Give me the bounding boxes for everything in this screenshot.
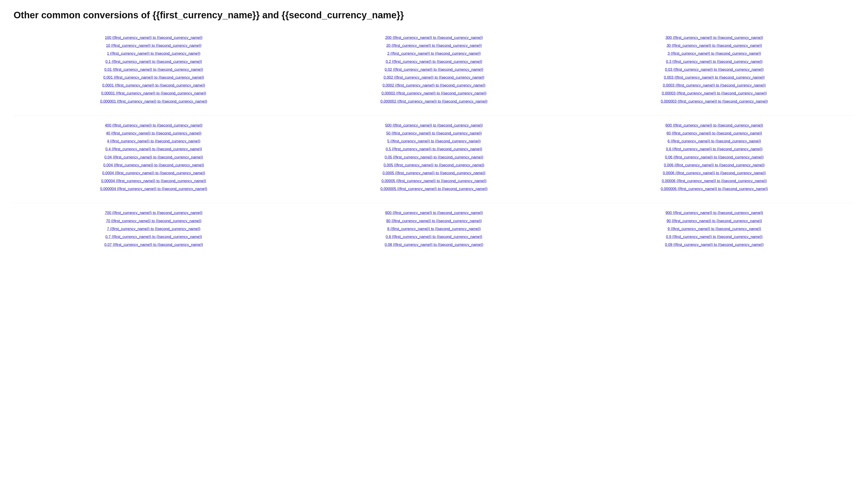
conv-link-1-2-1[interactable]: 200 {{first_currency_name}} to {{second_… bbox=[385, 35, 483, 40]
conv-link-2-2-8[interactable]: 0.00005 {{first_currency_name}} to {{sec… bbox=[381, 178, 487, 184]
conv-link-1-2-5[interactable]: 0.02 {{first_currency_name}} to {{second… bbox=[385, 67, 484, 72]
conv-link-2-3-2[interactable]: 60 {{first_currency_name}} to {{second_c… bbox=[667, 130, 762, 136]
column-3-1: 700 {{first_currency_name}} to {{second_… bbox=[14, 208, 294, 250]
page-title: Other common conversions of {{first_curr… bbox=[14, 9, 854, 21]
conv-link-2-1-5[interactable]: 0.04 {{first_currency_name}} to {{second… bbox=[105, 154, 203, 160]
conv-link-1-2-6[interactable]: 0.002 {{first_currency_name}} to {{secon… bbox=[383, 75, 485, 80]
conv-link-2-1-6[interactable]: 0.004 {{first_currency_name}} to {{secon… bbox=[103, 162, 204, 168]
conv-link-1-2-8[interactable]: 0.00002 {{first_currency_name}} to {{sec… bbox=[381, 90, 487, 96]
conv-link-3-2-3[interactable]: 8 {{first_currency_name}} to {{second_cu… bbox=[387, 226, 480, 232]
conv-link-2-1-8[interactable]: 0.00004 {{first_currency_name}} to {{sec… bbox=[101, 178, 206, 184]
conv-link-2-1-3[interactable]: 4 {{first_currency_name}} to {{second_cu… bbox=[107, 138, 200, 144]
column-1-3: 300 {{first_currency_name}} to {{second_… bbox=[574, 33, 854, 107]
conv-link-1-3-6[interactable]: 0.003 {{first_currency_name}} to {{secon… bbox=[664, 75, 765, 80]
conv-link-3-1-3[interactable]: 7 {{first_currency_name}} to {{second_cu… bbox=[107, 226, 200, 232]
conv-link-3-1-4[interactable]: 0.7 {{first_currency_name}} to {{second_… bbox=[105, 234, 202, 240]
conv-link-1-3-5[interactable]: 0.03 {{first_currency_name}} to {{second… bbox=[665, 67, 764, 72]
conv-link-1-1-8[interactable]: 0.00001 {{first_currency_name}} to {{sec… bbox=[101, 90, 206, 96]
conv-link-1-3-8[interactable]: 0.00003 {{first_currency_name}} to {{sec… bbox=[662, 90, 767, 96]
conv-link-2-3-9[interactable]: 0.000006 {{first_currency_name}} to {{se… bbox=[661, 186, 768, 192]
grid-section-1: 100 {{first_currency_name}} to {{second_… bbox=[14, 33, 854, 107]
conv-link-1-2-3[interactable]: 2 {{first_currency_name}} to {{second_cu… bbox=[387, 51, 480, 56]
conv-link-2-1-4[interactable]: 0.4 {{first_currency_name}} to {{second_… bbox=[105, 146, 202, 152]
conv-link-3-1-1[interactable]: 700 {{first_currency_name}} to {{second_… bbox=[105, 210, 203, 216]
conv-link-2-1-7[interactable]: 0.0004 {{first_currency_name}} to {{seco… bbox=[102, 170, 205, 176]
conv-link-2-2-4[interactable]: 0.5 {{first_currency_name}} to {{second_… bbox=[386, 146, 482, 152]
conv-link-3-2-1[interactable]: 800 {{first_currency_name}} to {{second_… bbox=[385, 210, 483, 216]
conv-link-1-3-4[interactable]: 0.3 {{first_currency_name}} to {{second_… bbox=[666, 59, 762, 64]
column-3-2: 800 {{first_currency_name}} to {{second_… bbox=[294, 208, 574, 250]
conv-link-1-1-5[interactable]: 0.01 {{first_currency_name}} to {{second… bbox=[105, 67, 203, 72]
conv-link-1-1-3[interactable]: 1 {{first_currency_name}} to {{second_cu… bbox=[107, 51, 200, 56]
column-1-1: 100 {{first_currency_name}} to {{second_… bbox=[14, 33, 294, 107]
conv-link-2-1-9[interactable]: 0.000004 {{first_currency_name}} to {{se… bbox=[100, 186, 207, 192]
conv-link-2-1-1[interactable]: 400 {{first_currency_name}} to {{second_… bbox=[105, 122, 203, 128]
conv-link-3-3-4[interactable]: 0.9 {{first_currency_name}} to {{second_… bbox=[666, 234, 762, 240]
conv-link-3-3-3[interactable]: 9 {{first_currency_name}} to {{second_cu… bbox=[668, 226, 761, 232]
conv-link-3-2-5[interactable]: 0.08 {{first_currency_name}} to {{second… bbox=[385, 242, 484, 247]
conv-link-1-2-2[interactable]: 20 {{first_currency_name}} to {{second_c… bbox=[386, 43, 482, 48]
conv-link-2-3-6[interactable]: 0.006 {{first_currency_name}} to {{secon… bbox=[664, 162, 765, 168]
conv-link-3-3-1[interactable]: 900 {{first_currency_name}} to {{second_… bbox=[665, 210, 763, 216]
conv-link-2-3-3[interactable]: 6 {{first_currency_name}} to {{second_cu… bbox=[668, 138, 761, 144]
column-2-2: 500 {{first_currency_name}} to {{second_… bbox=[294, 120, 574, 194]
grid-section-2: 400 {{first_currency_name}} to {{second_… bbox=[14, 120, 854, 194]
conv-link-3-1-5[interactable]: 0.07 {{first_currency_name}} to {{second… bbox=[105, 242, 203, 247]
conv-link-2-3-4[interactable]: 0.6 {{first_currency_name}} to {{second_… bbox=[666, 146, 762, 152]
conv-link-2-1-2[interactable]: 40 {{first_currency_name}} to {{second_c… bbox=[106, 130, 201, 136]
column-3-3: 900 {{first_currency_name}} to {{second_… bbox=[574, 208, 854, 250]
conv-link-3-2-2[interactable]: 80 {{first_currency_name}} to {{second_c… bbox=[386, 218, 482, 224]
conv-link-1-1-4[interactable]: 0.1 {{first_currency_name}} to {{second_… bbox=[105, 59, 202, 64]
conv-link-1-2-4[interactable]: 0.2 {{first_currency_name}} to {{second_… bbox=[386, 59, 482, 64]
conv-link-1-3-7[interactable]: 0.0003 {{first_currency_name}} to {{seco… bbox=[663, 83, 766, 88]
conv-link-1-1-2[interactable]: 10 {{first_currency_name}} to {{second_c… bbox=[106, 43, 201, 48]
conv-link-2-2-6[interactable]: 0.005 {{first_currency_name}} to {{secon… bbox=[383, 162, 485, 168]
conv-link-2-2-3[interactable]: 5 {{first_currency_name}} to {{second_cu… bbox=[387, 138, 480, 144]
conv-link-1-1-7[interactable]: 0.0001 {{first_currency_name}} to {{seco… bbox=[102, 83, 205, 88]
conv-link-2-3-5[interactable]: 0.06 {{first_currency_name}} to {{second… bbox=[665, 154, 764, 160]
conv-link-2-3-7[interactable]: 0.0006 {{first_currency_name}} to {{seco… bbox=[663, 170, 766, 176]
conv-link-1-3-3[interactable]: 3 {{first_currency_name}} to {{second_cu… bbox=[668, 51, 761, 56]
conv-link-3-2-4[interactable]: 0.8 {{first_currency_name}} to {{second_… bbox=[386, 234, 482, 240]
conv-link-1-1-1[interactable]: 100 {{first_currency_name}} to {{second_… bbox=[105, 35, 203, 40]
conv-link-1-1-9[interactable]: 0.000001 {{first_currency_name}} to {{se… bbox=[100, 99, 207, 104]
conv-link-1-3-9[interactable]: 0.000003 {{first_currency_name}} to {{se… bbox=[661, 99, 768, 104]
conv-link-3-3-5[interactable]: 0.09 {{first_currency_name}} to {{second… bbox=[665, 242, 764, 247]
conv-link-1-2-9[interactable]: 0.000002 {{first_currency_name}} to {{se… bbox=[380, 99, 488, 104]
column-1-2: 200 {{first_currency_name}} to {{second_… bbox=[294, 33, 574, 107]
conv-link-1-3-2[interactable]: 30 {{first_currency_name}} to {{second_c… bbox=[667, 43, 762, 48]
conv-link-2-2-7[interactable]: 0.0005 {{first_currency_name}} to {{seco… bbox=[382, 170, 485, 176]
column-2-3: 600 {{first_currency_name}} to {{second_… bbox=[574, 120, 854, 194]
grid-section-3: 700 {{first_currency_name}} to {{second_… bbox=[14, 208, 854, 250]
conv-link-2-3-8[interactable]: 0.00006 {{first_currency_name}} to {{sec… bbox=[662, 178, 767, 184]
conv-link-2-2-9[interactable]: 0.000005 {{first_currency_name}} to {{se… bbox=[380, 186, 488, 192]
conv-link-2-2-2[interactable]: 50 {{first_currency_name}} to {{second_c… bbox=[386, 130, 482, 136]
column-2-1: 400 {{first_currency_name}} to {{second_… bbox=[14, 120, 294, 194]
conv-link-1-3-1[interactable]: 300 {{first_currency_name}} to {{second_… bbox=[665, 35, 763, 40]
conv-link-2-2-1[interactable]: 500 {{first_currency_name}} to {{second_… bbox=[385, 122, 483, 128]
conv-link-3-1-2[interactable]: 70 {{first_currency_name}} to {{second_c… bbox=[106, 218, 201, 224]
section-divider-2 bbox=[14, 203, 854, 203]
conv-link-2-3-1[interactable]: 600 {{first_currency_name}} to {{second_… bbox=[665, 122, 763, 128]
section-divider-1 bbox=[14, 115, 854, 116]
conv-link-3-3-2[interactable]: 90 {{first_currency_name}} to {{second_c… bbox=[667, 218, 762, 224]
conv-link-1-2-7[interactable]: 0.0002 {{first_currency_name}} to {{seco… bbox=[382, 83, 485, 88]
conv-link-1-1-6[interactable]: 0.001 {{first_currency_name}} to {{secon… bbox=[103, 75, 204, 80]
conv-link-2-2-5[interactable]: 0.05 {{first_currency_name}} to {{second… bbox=[385, 154, 484, 160]
